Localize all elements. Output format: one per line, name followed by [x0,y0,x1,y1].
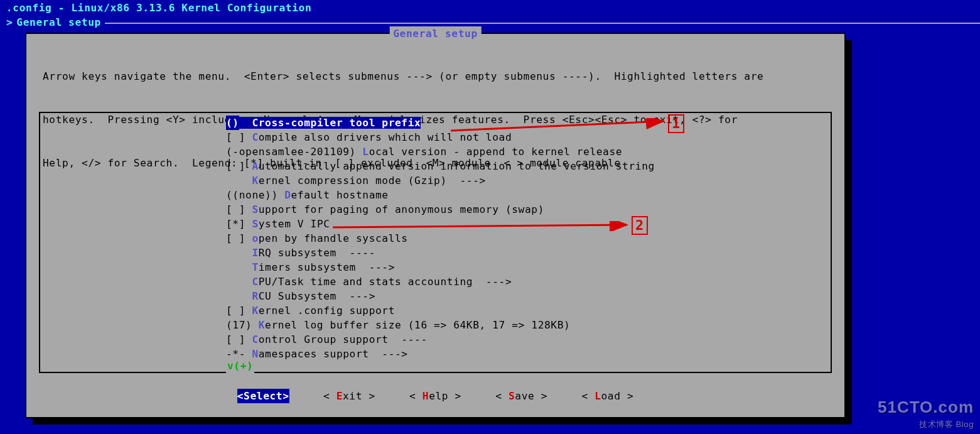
scroll-indicator-down: v(+) [226,359,254,373]
menu-item-label: IRQ subsystem ---- [245,247,375,259]
menu-item[interactable]: (17) Kernel log buffer size (16 => 64KB,… [226,318,826,332]
menu-item[interactable]: () Cross-compiler tool prefix [226,116,826,130]
menu-item-hotkey: o [252,232,258,244]
menu-item-state: (17) [226,318,252,332]
menu-item-label: Automatically append version information… [245,160,655,172]
menu-item[interactable]: IRQ subsystem ---- [226,246,826,260]
menu-item-state: [ ] [226,231,245,246]
help-button[interactable]: < Help > [409,389,461,403]
menu-item-hotkey: C [252,117,258,129]
menu-item-label: Support for paging of anonymous memory (… [245,203,544,215]
menu-item-label: Cross-compiler tool prefix [239,117,421,129]
menu-item[interactable]: Kernel compression mode (Gzip) ---> [226,173,826,188]
main-panel: General setup Arrow keys navigate the me… [25,33,846,418]
menu-item[interactable]: -*- Namespaces support ---> [226,347,826,361]
annotation-box-2: 2 [632,216,648,235]
menu-item-hotkey: C [252,131,258,143]
menu-item[interactable]: [ ] Control Group support ---- [226,332,826,347]
load-button[interactable]: < Load > [581,389,633,403]
menu-item-state: [ ] [226,303,245,318]
menu-item-state: [ ] [226,130,245,144]
menu-item-hotkey: I [252,247,258,259]
menu-item-label: Local version - append to kernel release [356,146,622,158]
menu-item-label: open by fhandle syscalls [245,232,408,244]
help-line: Arrow keys navigate the menu. <Enter> se… [43,69,828,84]
watermark-line2: 技术博客 Blog [878,419,974,430]
exit-button[interactable]: < Exit > [323,389,375,403]
menu-item[interactable]: RCU Subsystem ---> [226,289,826,303]
menu-item-state [226,246,245,260]
watermark-line1: 51CTO.com [878,396,974,419]
menu-item-label: CPU/Task time and stats accounting ---> [245,276,512,288]
save-button[interactable]: < Save > [495,389,547,403]
menu-item-label: Kernel compression mode (Gzip) ---> [245,175,486,187]
menu-item-state [226,289,245,303]
menu-item-state: [*] [226,217,245,231]
annotation-box-1: 1 [668,114,684,133]
menu-item-hotkey: C [252,334,258,345]
menu-item[interactable]: [ ] Automatically append version informa… [226,159,826,173]
menu-item-state: (-opensamlee-201109) [226,144,356,159]
menu-item-hotkey: R [252,290,258,302]
menu-item-label: Kernel log buffer size (16 => 64KB, 17 =… [252,319,570,331]
panel-shadow-bottom [33,417,851,425]
breadcrumb-rule [105,23,980,24]
menu-item-label: Control Group support ---- [245,334,428,345]
menu-item-hotkey: T [252,261,258,273]
menu-item-state: [ ] [226,202,245,217]
window-title: .config - Linux/x86 3.13.6 Kernel Config… [0,0,980,15]
menu-item[interactable]: [ ] Support for paging of anonymous memo… [226,202,826,217]
breadcrumb: > General setup [0,15,980,30]
button-bar: <Select> < Exit > < Help > < Save > < Lo… [26,389,844,403]
breadcrumb-prefix: > [0,15,13,30]
menu-item-label: Kernel .config support [245,305,395,317]
menu-item[interactable]: [ ] Compile also drivers which will not … [226,130,826,144]
menu-item-state: [ ] [226,332,245,347]
menu-item[interactable]: ((none)) Default hostname [226,188,826,202]
menu-list[interactable]: () Cross-compiler tool prefix[ ] Compile… [226,116,826,361]
panel-shadow-right [844,40,852,423]
menu-item-hotkey: L [362,146,369,158]
menu-item-hotkey: A [252,160,258,172]
menu-item-label: Compile also drivers which will not load [245,131,512,143]
menu-item-hotkey: D [284,189,291,201]
menu-item-hotkey: K [259,319,265,331]
panel-title: General setup [389,26,482,41]
menu-item-hotkey: K [252,175,258,187]
menu-item-state [226,173,245,188]
menu-box: () Cross-compiler tool prefix[ ] Compile… [39,112,832,373]
menu-item[interactable]: (-opensamlee-201109) Local version - app… [226,144,826,159]
menu-item[interactable]: [ ] open by fhandle syscalls [226,231,826,246]
breadcrumb-current: General setup [13,15,105,30]
menu-item-state: ((none)) [226,188,278,202]
menu-item[interactable]: CPU/Task time and stats accounting ---> [226,274,826,289]
menu-item-label: Namespaces support ---> [245,348,408,360]
menu-item-label: Timers subsystem ---> [245,261,395,273]
menu-item-hotkey: C [252,276,258,288]
menu-item-state: [ ] [226,159,245,173]
menu-item-state: () [226,116,239,130]
menu-item-hotkey: S [252,203,258,215]
watermark: 51CTO.com 技术博客 Blog [878,396,974,430]
menu-item[interactable]: [ ] Kernel .config support [226,303,826,318]
menu-item-state [226,274,245,289]
menu-item[interactable]: [*] System V IPC [226,217,826,231]
select-button[interactable]: <Select> [237,389,289,403]
menu-item-hotkey: S [252,218,258,230]
menu-item-label: System V IPC [245,218,330,230]
menu-item-hotkey: K [252,305,258,317]
menu-item[interactable]: Timers subsystem ---> [226,260,826,274]
menu-item-state [226,260,245,274]
menu-item-label: RCU Subsystem ---> [245,290,375,302]
menu-item-label: Default hostname [278,189,389,201]
